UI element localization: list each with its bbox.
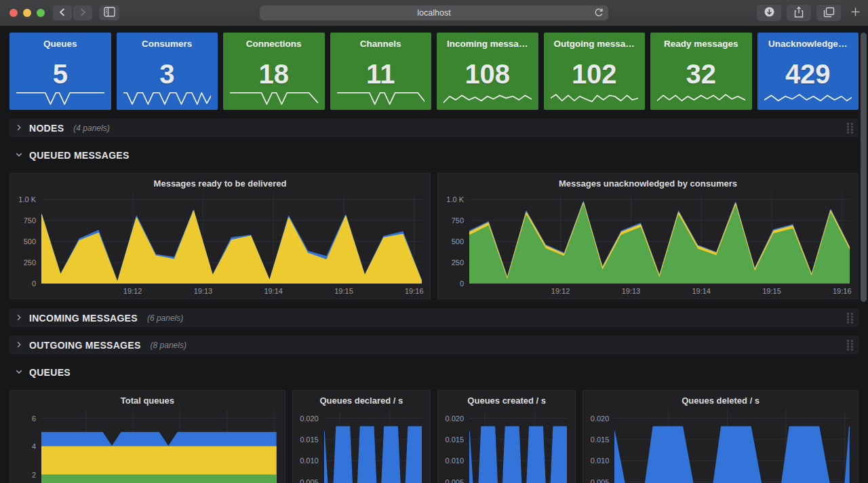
x-axis-tick-label: 19:13 [622,287,641,295]
stat-panel-connections[interactable]: Connections 18 [223,33,325,110]
chevron-right-icon [15,339,23,351]
panel-queues-declared: Queues declared / s 0.0050.0100.0150.020 [292,390,431,483]
sparkline [16,86,104,107]
stat-value: 102 [544,60,646,88]
panel-title: Ready messages [650,39,752,49]
row-title: QUEUES [29,367,71,378]
chart-plot-area[interactable] [614,410,850,483]
row-outgoing-messages[interactable]: OUTGOING MESSAGES (8 panels) [9,336,859,354]
panel-title: Incoming messa… [437,39,538,49]
panel-title[interactable]: Queues deleted / s [583,391,858,410]
y-axis-tick-label: 250 [24,258,36,267]
y-axis-tick-label: 0.015 [591,436,610,444]
stat-panel-consumers[interactable]: Consumers 3 [117,33,218,110]
panel-title: Connections [223,39,325,49]
panel-messages-ready: Messages ready to be delivered 025050075… [9,173,431,299]
reload-icon[interactable] [593,7,604,21]
x-axis: 19:1219:1319:1419:1519:16 [469,284,850,298]
x-axis-tick-label: 19:13 [194,287,213,295]
scrollbar[interactable] [861,33,867,302]
stat-value: 429 [757,60,859,88]
chart-plot-area[interactable] [469,410,567,483]
y-axis-tick-label: 0 [460,279,464,288]
panel-title[interactable]: Queues declared / s [293,391,430,410]
row-panel-count: (6 panels) [147,313,183,323]
y-axis: 02505007501.0 K [10,193,41,284]
panel-queues-deleted: Queues deleted / s 0.0050.0100.0150.020 [583,390,859,483]
stat-panel-incoming-messages[interactable]: Incoming messa… 108 [437,33,538,110]
stat-panel-unacknowledged[interactable]: Unacknowledge… 429 [757,33,859,110]
panel-title[interactable]: Total queues [10,391,285,410]
downloads-button[interactable] [757,5,781,21]
window-close-button[interactable] [9,9,18,17]
queued-messages-panels: Messages ready to be delivered 025050075… [9,173,859,299]
address-bar[interactable]: localhost [260,5,608,20]
panel-title: Channels [330,39,432,49]
panel-messages-unacknowledged: Messages unacknowledged by consumers 025… [437,173,859,299]
stat-panel-ready-messages[interactable]: Ready messages 32 [650,33,752,110]
row-queues[interactable]: QUEUES [9,363,859,381]
y-axis: 0.0050.0100.0150.020 [583,410,614,483]
stat-value: 108 [437,60,538,88]
y-axis-tick-label: 0.010 [591,457,610,465]
share-button[interactable] [787,5,811,21]
drag-handle-icon[interactable] [846,312,854,326]
y-axis-tick-label: 500 [452,237,464,246]
panel-title: Queues [9,39,111,49]
x-axis-tick-label: 19:15 [334,287,353,295]
window-minimize-button[interactable] [23,9,31,17]
panel-total-queues: Total queues 246 [9,390,285,483]
browser-window: localhost [0,0,868,483]
y-axis-tick-label: 0.010 [300,457,319,465]
chevron-right-icon [77,7,88,20]
y-axis: 02505007501.0 K [438,193,469,284]
panel-title[interactable]: Messages ready to be delivered [10,174,430,193]
stat-value: 11 [330,60,432,88]
tab-overview-button[interactable] [816,5,841,21]
panel-title[interactable]: Queues created / s [438,391,575,410]
forward-button[interactable] [73,5,92,20]
y-axis-tick-label: 0.005 [445,478,464,483]
chevron-right-icon [15,122,23,134]
row-queued-messages[interactable]: QUEUED MESSAGES [9,146,859,164]
row-title: NODES [29,123,64,134]
row-title: OUTGOING MESSAGES [29,340,141,351]
panel-title[interactable]: Messages unacknowledged by consumers [438,174,858,193]
chart-plot-area[interactable] [469,193,850,284]
y-axis-tick-label: 500 [24,237,36,246]
row-panel-count: (4 panels) [73,123,109,133]
chart-plot-area[interactable] [41,410,277,483]
sparkline [764,86,852,107]
chevron-right-icon [15,312,23,324]
chevron-down-icon [15,366,23,379]
y-axis-tick-label: 750 [24,216,36,225]
chevron-left-icon [57,7,68,20]
drag-handle-icon[interactable] [846,122,854,136]
y-axis: 246 [10,410,41,483]
drag-handle-icon[interactable] [846,339,854,353]
chart-plot-area[interactable] [324,410,422,483]
y-axis-tick-label: 0.020 [591,414,610,423]
y-axis: 0.0050.0100.0150.020 [293,410,324,483]
new-tab-button[interactable] [846,5,864,21]
x-axis-tick-label: 19:14 [264,287,283,295]
window-zoom-button[interactable] [37,9,45,17]
chart-plot-area[interactable] [41,193,422,284]
row-nodes[interactable]: NODES (4 panels) [9,119,859,137]
stat-panel-queues[interactable]: Queues 5 [9,33,111,110]
browser-toolbar: localhost [0,0,868,26]
stat-panel-outgoing-messages[interactable]: Outgoing messa… 102 [544,33,646,110]
queues-panels: Total queues 246 Queues declared / s 0.0… [9,390,859,483]
sidebar-toggle-button[interactable] [99,5,119,20]
y-axis-tick-label: 1.0 K [446,195,464,204]
y-axis-tick-label: 0.010 [445,457,464,465]
row-incoming-messages[interactable]: INCOMING MESSAGES (6 panels) [9,309,859,327]
back-button[interactable] [53,5,72,20]
y-axis-tick-label: 250 [452,258,464,267]
stat-value: 32 [650,60,752,88]
panel-title: Unacknowledge… [757,39,859,49]
sparkline [337,86,425,107]
stat-panel-channels[interactable]: Channels 11 [330,33,432,110]
download-icon [764,6,775,20]
y-axis-tick-label: 0.020 [300,414,319,423]
